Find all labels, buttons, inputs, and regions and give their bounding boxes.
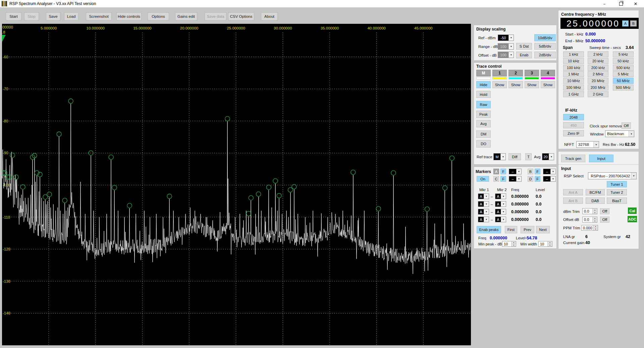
toolbar-button-csv-options[interactable]: CSV Options bbox=[228, 12, 254, 20]
span-button-1-ghz[interactable]: 1 GHz bbox=[563, 91, 584, 97]
tuner2-button[interactable]: Tuner 2 bbox=[607, 189, 627, 195]
avg-button[interactable]: Avg bbox=[476, 120, 491, 127]
toolbar-button-about[interactable]: About bbox=[261, 12, 278, 20]
restore-button[interactable] bbox=[613, 0, 629, 7]
trace-hide-button-M[interactable]: Hide bbox=[476, 81, 491, 88]
dbm-trim-spinner[interactable]: 0.0 ▲▼ bbox=[582, 208, 597, 214]
span-button-2-ghz[interactable]: 2 GHz bbox=[588, 91, 608, 97]
trace-header-2[interactable]: 2 bbox=[508, 70, 523, 76]
spin-up-icon[interactable]: ▲ bbox=[593, 225, 598, 228]
spin-down-icon[interactable]: ▼ bbox=[593, 220, 597, 222]
marker-C-select-dropdown[interactable]: –▼ bbox=[509, 176, 522, 182]
span-button-20-khz[interactable]: 20 kHz bbox=[588, 58, 608, 64]
trace-header-M[interactable]: M bbox=[476, 70, 491, 76]
toolbar-button-load[interactable]: Load bbox=[64, 12, 78, 20]
span-button-10-mhz[interactable]: 10 MHz bbox=[563, 78, 584, 84]
marker-A-select-dropdown[interactable]: –▼ bbox=[509, 169, 522, 174]
mkr1-row2-dropdown[interactable]: A▼ bbox=[478, 201, 489, 207]
trace-show-button-2[interactable]: Show bbox=[508, 81, 523, 88]
dbm-trim-off-button[interactable]: Off bbox=[600, 208, 609, 214]
offset-db-spinner[interactable]: 0.0 ▲▼ bbox=[582, 217, 597, 223]
span-button-1-mhz[interactable]: 1 MHz bbox=[563, 71, 584, 77]
span-button-50-khz[interactable]: 50 kHz bbox=[613, 58, 634, 64]
marker-D-select-dropdown[interactable]: –▼ bbox=[543, 176, 556, 182]
if-450-button[interactable]: 450 bbox=[563, 122, 584, 128]
ppm-trim-spinner[interactable]: 0.000 ▲▼ bbox=[581, 225, 598, 231]
min-peak-spinner[interactable]: 10 ▲▼ bbox=[502, 241, 516, 247]
diff-button[interactable]: Diff bbox=[508, 153, 521, 160]
marker-C-f-button[interactable]: F bbox=[500, 176, 506, 182]
spin-up-icon[interactable]: ▲ bbox=[593, 217, 597, 220]
spin-down-icon[interactable]: ▼ bbox=[593, 211, 597, 214]
peak-button[interactable]: Peak bbox=[476, 111, 491, 118]
span-button-100-khz[interactable]: 100 kHz bbox=[563, 65, 584, 71]
trace-show-button-1[interactable]: Show bbox=[492, 81, 507, 88]
t-button[interactable]: T bbox=[525, 153, 532, 160]
span-button-100-mhz[interactable]: 100 MHz bbox=[563, 84, 584, 91]
freq-a-button[interactable]: A bbox=[622, 20, 629, 26]
marker-A-button[interactable]: A bbox=[493, 169, 499, 174]
toolbar-button-start[interactable]: Start bbox=[6, 12, 21, 20]
span-button-5-mhz[interactable]: 5 MHz bbox=[613, 71, 634, 77]
avg-count-dropdown[interactable]: 20▼ bbox=[542, 153, 554, 160]
biast-button[interactable]: BiasT bbox=[607, 197, 627, 204]
enab-button[interactable]: Enab bbox=[516, 52, 532, 58]
track-gen-button[interactable]: Track gen bbox=[561, 155, 585, 162]
trace-show-button-3[interactable]: Show bbox=[525, 81, 539, 88]
trace-header-4[interactable]: 4 bbox=[541, 70, 555, 76]
mkr1-row1-dropdown[interactable]: A▼ bbox=[478, 193, 489, 199]
offset-db-off-button[interactable]: Off bbox=[600, 217, 609, 223]
prev-button[interactable]: Prev bbox=[521, 226, 534, 233]
minimize-button[interactable]: – bbox=[597, 0, 612, 7]
2db-div-button[interactable]: 2dB/div bbox=[534, 52, 556, 58]
spin-down-icon[interactable]: ▼ bbox=[512, 244, 516, 247]
marker-C-button[interactable]: C bbox=[493, 176, 499, 182]
5db-div-button[interactable]: 5dB/div bbox=[534, 43, 556, 50]
10db-div-button[interactable]: 10dB/div bbox=[534, 34, 556, 41]
trace-header-3[interactable]: 3 bbox=[525, 70, 539, 76]
marker-B-select-dropdown[interactable]: –▼ bbox=[543, 169, 556, 174]
spin-down-icon[interactable]: ▼ bbox=[548, 244, 552, 247]
toolbar-button-gains-edit[interactable]: Gains edit bbox=[175, 12, 197, 20]
hold-button[interactable]: Hold bbox=[476, 91, 491, 98]
ant-b-button[interactable]: Ant B bbox=[563, 197, 583, 204]
marker-D-f-button[interactable]: F bbox=[535, 176, 540, 182]
mkr2-row1-dropdown[interactable]: A▼ bbox=[495, 193, 506, 199]
mkr2-row3-dropdown[interactable]: A▼ bbox=[495, 209, 506, 215]
mkr1-row4-dropdown[interactable]: A▼ bbox=[478, 217, 489, 222]
trace-show-button-4[interactable]: Show bbox=[541, 81, 555, 88]
s-dat-button[interactable]: S Dat bbox=[516, 43, 532, 50]
enab-peaks-button[interactable]: Enab peaks bbox=[477, 226, 501, 233]
toolbar-button-screenshot[interactable]: Screenshot bbox=[86, 12, 112, 20]
mkr2-row4-dropdown[interactable]: A▼ bbox=[495, 217, 506, 222]
spin-up-icon[interactable]: ▲ bbox=[593, 209, 597, 211]
span-button-500-mhz[interactable]: 500 MHz bbox=[613, 84, 634, 91]
markers-on-button[interactable]: On bbox=[477, 176, 489, 182]
span-button-5-khz[interactable]: 5 kHz bbox=[613, 51, 634, 57]
span-button-200-khz[interactable]: 200 kHz bbox=[588, 65, 608, 71]
ref-trace-dropdown[interactable]: M▼ bbox=[493, 153, 506, 160]
mkr1-row3-dropdown[interactable]: A▼ bbox=[478, 209, 489, 215]
offset-db-dropdown[interactable]: 100▼ bbox=[498, 52, 514, 58]
cal-button[interactable]: Cal bbox=[628, 208, 637, 214]
spin-down-icon[interactable]: ▼ bbox=[593, 228, 598, 231]
spectrum-plot[interactable]: 5.00000010.00000015.00000020.00000025.00… bbox=[2, 24, 471, 345]
dab-button[interactable]: DAB bbox=[586, 197, 605, 204]
first-button[interactable]: First bbox=[505, 226, 517, 233]
span-button-1-khz[interactable]: 1 kHz bbox=[563, 51, 584, 57]
win-width-spinner[interactable]: 10 ▲▼ bbox=[538, 241, 552, 247]
trace-header-1[interactable]: 1 bbox=[492, 70, 507, 76]
marker-B-f-button[interactable]: F bbox=[535, 169, 540, 174]
span-button-500-khz[interactable]: 500 kHz bbox=[613, 65, 634, 71]
marker-B-button[interactable]: B bbox=[528, 169, 533, 174]
toolbar-button-save[interactable]: Save bbox=[46, 12, 60, 20]
span-button-10-khz[interactable]: 10 kHz bbox=[563, 58, 584, 64]
marker-D-button[interactable]: D bbox=[528, 176, 533, 182]
window-dropdown[interactable]: Blackman▼ bbox=[605, 130, 634, 137]
span-button-2-mhz[interactable]: 2 MHz bbox=[588, 71, 608, 77]
tuner1-button[interactable]: Tuner 1 bbox=[607, 181, 627, 187]
bcfm-button[interactable]: BC/FM bbox=[586, 189, 605, 195]
do-button[interactable]: DO bbox=[476, 140, 491, 148]
toolbar-button-options[interactable]: Options bbox=[148, 12, 169, 20]
spin-up-icon[interactable]: ▲ bbox=[512, 241, 516, 244]
